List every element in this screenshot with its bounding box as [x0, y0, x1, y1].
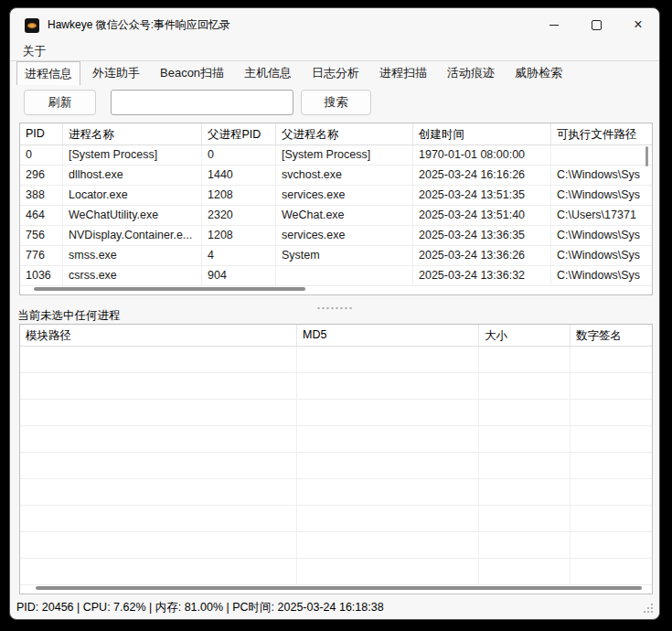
cell-exe-path: C:\Windows\Sys	[551, 186, 652, 205]
cell-process-name: NVDisplay.Container.e...	[63, 226, 202, 245]
maximize-button[interactable]	[575, 8, 617, 42]
hawkeye-eye-icon	[27, 23, 37, 28]
tab-process-info[interactable]: 进程信息	[16, 61, 80, 85]
cell-parent-name	[276, 266, 413, 285]
app-icon	[25, 18, 39, 33]
cell-exe-path: C:\Windows\Sys	[551, 246, 652, 265]
column-header-size[interactable]: 大小	[479, 325, 571, 346]
app-window: Hawkeye 微信公众号:事件响应回忆录 × 关于 进程信息 外连助手 Bea…	[9, 7, 660, 620]
module-row-empty	[20, 373, 652, 400]
cell-create-time: 2025-03-24 16:16:26	[413, 166, 551, 185]
cell-process-name: smss.exe	[63, 246, 202, 265]
column-header-md5[interactable]: MD5	[297, 325, 479, 346]
cell-create-time: 2025-03-24 13:51:35	[413, 186, 551, 205]
module-row-empty	[20, 559, 652, 585]
cell-pid: 776	[20, 246, 63, 265]
cell-exe-path: C:\Users\17371	[551, 206, 652, 225]
column-header-process-name[interactable]: 进程名称	[63, 123, 202, 144]
cell-create-time: 2025-03-24 13:36:32	[413, 266, 551, 285]
minimize-button[interactable]	[533, 8, 575, 42]
module-row-empty	[20, 400, 652, 426]
cell-parent-name: services.exe	[276, 186, 413, 205]
window-title: Hawkeye 微信公众号:事件响应回忆录	[48, 17, 230, 33]
column-header-parent-pid[interactable]: 父进程PID	[202, 123, 276, 144]
column-header-signature[interactable]: 数字签名	[571, 325, 652, 346]
cell-parent-pid: 2320	[202, 206, 276, 225]
close-icon: ×	[634, 17, 642, 32]
tab-process-scan[interactable]: 进程扫描	[371, 61, 435, 85]
module-row-empty	[20, 506, 652, 532]
tab-beacon-scan[interactable]: Beacon扫描	[152, 61, 232, 85]
tab-activity-traces[interactable]: 活动痕迹	[439, 61, 503, 85]
cell-process-name: Locator.exe	[63, 186, 202, 205]
process-row[interactable]: 464 WeChatUtility.exe 2320 WeChat.exe 20…	[20, 206, 652, 226]
column-header-module-path[interactable]: 模块路径	[20, 325, 297, 346]
search-button[interactable]: 搜索	[301, 90, 371, 115]
cell-parent-pid: 4	[202, 246, 276, 265]
process-row[interactable]: 296 dllhost.exe 1440 svchost.exe 2025-03…	[20, 166, 652, 186]
cell-pid: 296	[20, 166, 63, 185]
cell-pid: 388	[20, 186, 63, 205]
process-table-vertical-scrollbar[interactable]	[645, 146, 648, 166]
cell-parent-name: System	[276, 246, 413, 265]
process-row[interactable]: 756 NVDisplay.Container.e... 1208 servic…	[20, 226, 652, 246]
process-row[interactable]: 776 smss.exe 4 System 2025-03-24 13:36:2…	[20, 246, 652, 266]
column-header-exe-path[interactable]: 可执行文件路径	[551, 123, 652, 144]
title-bar[interactable]: Hawkeye 微信公众号:事件响应回忆录 ×	[10, 8, 659, 42]
search-input[interactable]	[111, 90, 293, 115]
column-header-create-time[interactable]: 创建时间	[413, 123, 551, 144]
cell-parent-pid: 1208	[202, 226, 276, 245]
module-table-horizontal-scrollbar[interactable]	[36, 586, 642, 590]
cell-create-time: 2025-03-24 13:51:40	[413, 206, 551, 225]
cell-process-name: WeChatUtility.exe	[63, 206, 202, 225]
close-button[interactable]: ×	[617, 8, 659, 42]
cell-exe-path: C:\Windows\Sys	[551, 166, 652, 185]
process-table-header: PID 进程名称 父进程PID 父进程名称 创建时间 可执行文件路径	[20, 123, 652, 145]
cell-parent-pid: 1440	[202, 166, 276, 185]
cell-pid: 0	[20, 145, 63, 165]
column-header-pid[interactable]: PID	[20, 123, 63, 144]
tab-log-analysis[interactable]: 日志分析	[304, 61, 368, 85]
maximize-icon	[592, 20, 602, 30]
column-header-parent-name[interactable]: 父进程名称	[276, 123, 413, 144]
tab-outbound-helper[interactable]: 外连助手	[84, 61, 148, 85]
cell-parent-name: [System Process]	[276, 145, 413, 165]
cell-parent-pid: 0	[202, 145, 276, 165]
cell-exe-path	[551, 145, 652, 165]
cell-create-time: 1970-01-01 08:00:00	[413, 145, 551, 165]
cell-parent-name: WeChat.exe	[276, 206, 413, 225]
minimize-icon	[549, 25, 559, 26]
cell-pid: 1036	[20, 266, 63, 285]
cell-process-name: [System Process]	[63, 145, 202, 165]
cell-exe-path: C:\Windows\Sys	[551, 226, 652, 245]
cell-pid: 464	[20, 206, 63, 225]
menu-bar: 关于	[10, 42, 659, 61]
process-table: PID 进程名称 父进程PID 父进程名称 创建时间 可执行文件路径 0 [Sy…	[19, 123, 653, 295]
cell-process-name: csrss.exe	[63, 266, 202, 285]
process-row[interactable]: 1036 csrss.exe 904 2025-03-24 13:36:32 C…	[20, 266, 652, 286]
process-table-horizontal-scrollbar[interactable]	[34, 287, 305, 291]
cell-exe-path: C:\Windows\Sys	[551, 266, 652, 285]
tab-bar: 进程信息 外连助手 Beacon扫描 主机信息 日志分析 进程扫描 活动痕迹 威…	[10, 61, 659, 85]
pane-splitter-handle[interactable]	[318, 307, 352, 309]
refresh-button[interactable]: 刷新	[24, 90, 96, 115]
process-row[interactable]: 0 [System Process] 0 [System Process] 19…	[20, 145, 652, 166]
cell-parent-pid: 904	[202, 266, 276, 285]
menu-item-about[interactable]: 关于	[21, 44, 48, 59]
window-controls: ×	[533, 8, 659, 42]
cell-pid: 756	[20, 226, 63, 245]
tab-threat-search[interactable]: 威胁检索	[507, 61, 571, 85]
cell-create-time: 2025-03-24 13:36:35	[413, 226, 551, 245]
module-table: 模块路径 MD5 大小 数字签名	[19, 324, 653, 594]
cell-process-name: dllhost.exe	[63, 166, 202, 185]
status-bar-text: PID: 20456 | CPU: 7.62% | 内存: 81.00% | P…	[16, 600, 384, 615]
module-row-empty	[20, 532, 652, 559]
resize-grip-icon[interactable]	[651, 611, 653, 613]
cell-parent-pid: 1208	[202, 186, 276, 205]
process-row[interactable]: 388 Locator.exe 1208 services.exe 2025-0…	[20, 186, 652, 206]
cell-parent-name: svchost.exe	[276, 166, 413, 185]
status-bar: PID: 20456 | CPU: 7.62% | 内存: 81.00% | P…	[10, 595, 659, 619]
module-row-empty	[20, 453, 652, 479]
tab-host-info[interactable]: 主机信息	[236, 61, 300, 85]
module-row-empty	[20, 426, 652, 453]
